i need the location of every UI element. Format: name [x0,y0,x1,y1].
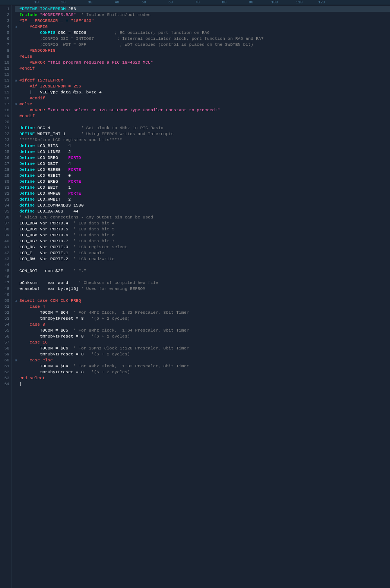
line-content: ;CONFIG WDT = OFF ; WDT disabled (contro… [19,42,253,48]
code-line: Define LCD_DREG PORTD [15,155,390,161]
fold-indicator [15,30,19,36]
ruler: 10 20 30 40 50 60 70 80 90 100 110 120 [0,0,390,5]
line-number: 64 [0,381,9,387]
fold-indicator [15,125,19,131]
line-content: LCD_E Var PORTE.1 ' LCD enable [19,250,104,256]
code-line: tmr0bytPreset = 8 '(6 + 2 cycles) [15,333,390,339]
line-content: Select case CON_CLK_FREQ [19,298,81,304]
line-number: 15 [0,89,9,95]
line-number: 42 [0,250,9,256]
fold-indicator[interactable] [15,24,19,30]
fold-indicator [15,36,19,42]
fold-indicator [15,304,19,310]
line-number: 3 [0,18,9,24]
fold-indicator [15,268,19,274]
line-number: 51 [0,304,9,310]
line-content: LCD_DB5 Var PORTD.5 ' LCD data bit 5 [19,226,114,232]
code-line: ;CONFIG WDT = OFF ; WDT disabled (contro… [15,42,390,48]
line-number: 53 [0,316,9,322]
code-line: LCD_RW Var PORTE.2 ' LCD read/write [15,256,390,262]
code-line: #if I2CsEEPROM = 256 [15,83,390,89]
code-area[interactable]: #DEFINE I2CsEEPROM 256 Include "MODEDEFS… [12,5,390,588]
line-content: Define LCD_DBIT 4 [19,161,71,167]
line-content: #DEFINE I2CsEEPROM 256 [19,6,76,12]
line-content: Define LCD_RSREG PORTE [19,167,81,173]
line-number: 21 [0,125,9,131]
fold-indicator [15,220,19,226]
line-number: 20 [0,119,9,125]
line-content: #IF __PROCESSOR__ = "18F4620" [19,18,94,24]
line-number: 22 [0,131,9,137]
fold-indicator [15,327,19,333]
code-line [15,71,390,77]
fold-indicator [15,351,19,357]
fold-indicator[interactable] [15,357,19,364]
code-line: LCD_DB6 Var PORTD.6 ' LCD data bit 6 [15,232,390,238]
code-line: Include "MODEDEFS.BAS" ' Include Shiftin… [15,12,390,18]
code-line: pChksum var word ' Checksum of compiled … [15,280,390,286]
line-content: define OSC 4 ' Set clock to 4Mhz in PIC … [19,125,164,131]
fold-indicator [15,238,19,244]
code-line: #endif [15,95,390,101]
line-number: 8 [0,48,9,54]
fold-indicator [15,42,19,48]
line-content: #else [19,101,32,107]
code-line: LCD_DB5 Var PORTD.5 ' LCD data bit 5 [15,226,390,232]
fold-indicator [15,322,19,327]
fold-indicator[interactable] [15,101,19,108]
line-content: #if I2CsEEPROM = 256 [19,83,81,89]
line-number: 37 [0,220,9,226]
line-content: define LCD_COMMANDUS 1500 [19,202,84,208]
code-line: Define LCD_RSBIT 0 [15,173,390,179]
line-number: 60 [0,357,9,363]
code-line: T0CON = $C6 ' For 16Mhz Clock 1:128 Pres… [15,345,390,351]
line-content: | vEEType data @16, byte 4 [19,89,102,95]
line-number: 16 [0,95,9,101]
fold-indicator [15,345,19,351]
fold-indicator[interactable] [15,77,19,84]
line-content: #ERROR "This program requires a PIC 18F4… [19,60,153,65]
line-number: 31 [0,185,9,191]
line-number: 57 [0,339,9,345]
fold-indicator [15,65,19,71]
code-line [15,292,390,298]
fold-indicator [15,185,19,191]
line-content: ;CONFIG OSC = INTIO67 ; Internal oscilla… [19,36,264,42]
fold-indicator[interactable] [15,298,19,304]
line-content: LCD_RW Var PORTE.2 ' LCD read/write [19,256,114,262]
line-content: case 4 [19,304,45,310]
line-number: 9 [0,54,9,60]
line-number: 2 [0,12,9,18]
fold-indicator [15,286,19,292]
line-number: 61 [0,363,9,369]
code-line: Define LCD_EREG PORTE [15,179,390,185]
code-line: CONFIG OSC = ECIO6 ; EC oscillator, port… [15,30,390,36]
fold-indicator [15,18,19,24]
line-content: define LCD_LINES 2 [19,149,71,155]
line-content: Include "MODEDEFS.BAS" ' Include Shiftin… [19,12,150,18]
line-content: #ifdef I2CsEEPROM [19,77,63,83]
line-number: 38 [0,226,9,232]
code-line: tmr0bytPreset = 8 '(6 + 2 cycles) [15,369,390,375]
code-line: case 4 [15,304,390,310]
code-line: #ERROR "This program requires a PIC 18F4… [15,60,390,65]
line-content: pChksum var word ' Checksum of compiled … [19,280,158,286]
line-content: #ERROR "You must select an I2C sEEPROM T… [19,107,220,113]
line-number: 6 [0,36,9,42]
code-line: T0CON = $C4 ' For 4Mhz Clock, 1:32 Presc… [15,310,390,316]
fold-indicator [15,48,19,54]
code-line: CON_DOT con $2E ' "." [15,268,390,274]
line-number: 28 [0,167,9,173]
line-content: #else [19,54,32,60]
code-line: #CONFIG [15,24,390,30]
line-content: case else [19,357,53,363]
line-content: T0CON = $C4 ' For 4Mhz Clock, 1:32 Presc… [19,310,189,316]
line-number: 35 [0,208,9,214]
line-content: case 16 [19,339,48,345]
line-content: LCD_DB4 Var PORTD.4 ' LCD data bit 4 [19,220,114,226]
fold-indicator [15,214,19,220]
code-line: ' Alias LCD connections - any output pin… [15,214,390,220]
line-content: define LCD_DATAUS 44 [19,208,79,214]
fold-indicator [15,280,19,286]
line-number: 26 [0,155,9,161]
